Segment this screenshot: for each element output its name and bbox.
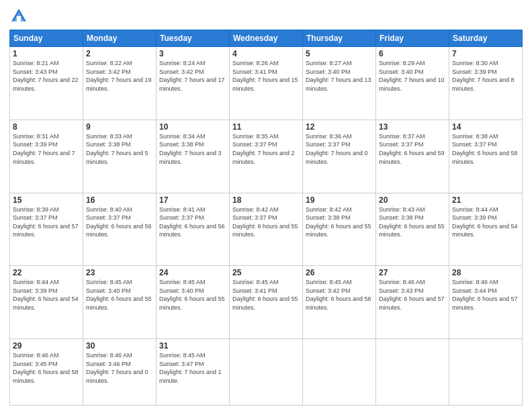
day-info: Sunrise: 8:46 AMSunset: 3:45 PMDaylight:… [13, 351, 80, 385]
day-info: Sunrise: 8:45 AMSunset: 3:42 PMDaylight:… [306, 278, 373, 312]
day-number: 5 [306, 49, 373, 58]
calendar-cell: 17Sunrise: 8:41 AMSunset: 3:37 PMDayligh… [157, 193, 230, 266]
day-number: 20 [379, 195, 446, 205]
calendar-table: SundayMondayTuesdayWednesdayThursdayFrid… [9, 30, 523, 406]
day-info: Sunrise: 8:42 AMSunset: 3:38 PMDaylight:… [306, 205, 373, 239]
calendar-cell: 27Sunrise: 8:46 AMSunset: 3:43 PMDayligh… [376, 266, 449, 339]
day-number: 25 [232, 268, 300, 277]
calendar-cell: 2Sunrise: 8:22 AMSunset: 3:42 PMDaylight… [83, 47, 157, 120]
week-row-1: 1Sunrise: 8:21 AMSunset: 3:43 PMDaylight… [10, 47, 523, 120]
day-header-wednesday: Wednesday [230, 30, 303, 47]
page: SundayMondayTuesdayWednesdayThursdayFrid… [0, 0, 532, 411]
week-row-3: 15Sunrise: 8:39 AMSunset: 3:37 PMDayligh… [10, 193, 523, 266]
calendar-cell: 12Sunrise: 8:36 AMSunset: 3:37 PMDayligh… [303, 120, 376, 193]
calendar-cell: 29Sunrise: 8:46 AMSunset: 3:45 PMDayligh… [10, 339, 83, 406]
day-number: 30 [86, 341, 153, 351]
calendar-cell: 24Sunrise: 8:45 AMSunset: 3:40 PMDayligh… [157, 266, 230, 339]
header-row: SundayMondayTuesdayWednesdayThursdayFrid… [10, 30, 523, 47]
day-number: 4 [232, 49, 300, 58]
day-info: Sunrise: 8:46 AMSunset: 3:46 PMDaylight:… [86, 351, 153, 385]
day-header-tuesday: Tuesday [157, 30, 230, 47]
day-info: Sunrise: 8:26 AMSunset: 3:41 PMDaylight:… [232, 59, 300, 93]
day-info: Sunrise: 8:24 AMSunset: 3:42 PMDaylight:… [159, 59, 226, 93]
day-header-friday: Friday [376, 30, 449, 47]
day-info: Sunrise: 8:44 AMSunset: 3:39 PMDaylight:… [13, 278, 80, 312]
day-info: Sunrise: 8:21 AMSunset: 3:43 PMDaylight:… [13, 59, 80, 93]
day-info: Sunrise: 8:46 AMSunset: 3:43 PMDaylight:… [379, 278, 446, 312]
day-info: Sunrise: 8:33 AMSunset: 3:38 PMDaylight:… [86, 132, 153, 166]
day-header-monday: Monday [83, 30, 157, 47]
svg-rect-2 [17, 16, 21, 21]
calendar-cell [303, 339, 376, 406]
day-info: Sunrise: 8:39 AMSunset: 3:37 PMDaylight:… [13, 205, 80, 239]
calendar-cell: 18Sunrise: 8:42 AMSunset: 3:37 PMDayligh… [230, 193, 303, 266]
calendar-cell: 3Sunrise: 8:24 AMSunset: 3:42 PMDaylight… [157, 47, 230, 120]
calendar-cell: 6Sunrise: 8:29 AMSunset: 3:40 PMDaylight… [376, 47, 449, 120]
calendar-cell: 16Sunrise: 8:40 AMSunset: 3:37 PMDayligh… [83, 193, 157, 266]
day-info: Sunrise: 8:41 AMSunset: 3:37 PMDaylight:… [159, 205, 226, 239]
logo-area [9, 7, 31, 26]
day-number: 8 [13, 122, 80, 132]
day-number: 3 [159, 49, 226, 58]
calendar-cell: 26Sunrise: 8:45 AMSunset: 3:42 PMDayligh… [303, 266, 376, 339]
day-number: 31 [159, 341, 226, 351]
day-number: 6 [379, 49, 446, 58]
day-number: 15 [13, 195, 80, 205]
calendar-cell: 8Sunrise: 8:31 AMSunset: 3:39 PMDaylight… [10, 120, 83, 193]
day-number: 16 [86, 195, 153, 205]
day-info: Sunrise: 8:34 AMSunset: 3:38 PMDaylight:… [159, 132, 226, 166]
day-info: Sunrise: 8:45 AMSunset: 3:40 PMDaylight:… [86, 278, 153, 312]
day-number: 28 [452, 268, 519, 277]
calendar-cell: 9Sunrise: 8:33 AMSunset: 3:38 PMDaylight… [83, 120, 157, 193]
calendar-cell: 4Sunrise: 8:26 AMSunset: 3:41 PMDaylight… [230, 47, 303, 120]
day-info: Sunrise: 8:43 AMSunset: 3:38 PMDaylight:… [379, 205, 446, 239]
calendar-cell: 5Sunrise: 8:27 AMSunset: 3:40 PMDaylight… [303, 47, 376, 120]
calendar-cell: 31Sunrise: 8:45 AMSunset: 3:47 PMDayligh… [157, 339, 230, 406]
day-number: 7 [452, 49, 519, 58]
calendar-cell: 21Sunrise: 8:44 AMSunset: 3:39 PMDayligh… [449, 193, 523, 266]
day-info: Sunrise: 8:30 AMSunset: 3:39 PMDaylight:… [452, 59, 519, 93]
day-number: 26 [306, 268, 373, 277]
calendar-cell [449, 339, 523, 406]
day-number: 14 [452, 122, 519, 132]
day-number: 18 [232, 195, 300, 205]
day-info: Sunrise: 8:45 AMSunset: 3:40 PMDaylight:… [159, 278, 226, 312]
day-number: 13 [379, 122, 446, 132]
calendar-cell [230, 339, 303, 406]
day-info: Sunrise: 8:22 AMSunset: 3:42 PMDaylight:… [86, 59, 153, 93]
day-info: Sunrise: 8:46 AMSunset: 3:44 PMDaylight:… [452, 278, 519, 312]
calendar-cell: 25Sunrise: 8:45 AMSunset: 3:41 PMDayligh… [230, 266, 303, 339]
day-number: 12 [306, 122, 373, 132]
calendar-cell: 23Sunrise: 8:45 AMSunset: 3:40 PMDayligh… [83, 266, 157, 339]
day-number: 1 [13, 49, 80, 58]
day-info: Sunrise: 8:29 AMSunset: 3:40 PMDaylight:… [379, 59, 446, 93]
day-info: Sunrise: 8:45 AMSunset: 3:41 PMDaylight:… [232, 278, 300, 312]
day-number: 11 [232, 122, 300, 132]
calendar-cell: 7Sunrise: 8:30 AMSunset: 3:39 PMDaylight… [449, 47, 523, 120]
day-number: 29 [13, 341, 80, 351]
day-info: Sunrise: 8:40 AMSunset: 3:37 PMDaylight:… [86, 205, 153, 239]
week-row-2: 8Sunrise: 8:31 AMSunset: 3:39 PMDaylight… [10, 120, 523, 193]
day-info: Sunrise: 8:31 AMSunset: 3:39 PMDaylight:… [13, 132, 80, 166]
day-number: 22 [13, 268, 80, 277]
day-header-thursday: Thursday [303, 30, 376, 47]
day-info: Sunrise: 8:42 AMSunset: 3:37 PMDaylight:… [232, 205, 300, 239]
day-number: 2 [86, 49, 153, 58]
day-number: 23 [86, 268, 153, 277]
day-number: 17 [159, 195, 226, 205]
calendar-cell [376, 339, 449, 406]
day-header-sunday: Sunday [10, 30, 83, 47]
logo-icon [9, 7, 28, 26]
calendar-cell: 15Sunrise: 8:39 AMSunset: 3:37 PMDayligh… [10, 193, 83, 266]
calendar-cell: 13Sunrise: 8:37 AMSunset: 3:37 PMDayligh… [376, 120, 449, 193]
day-header-saturday: Saturday [449, 30, 523, 47]
week-row-4: 22Sunrise: 8:44 AMSunset: 3:39 PMDayligh… [10, 266, 523, 339]
day-number: 10 [159, 122, 226, 132]
day-number: 21 [452, 195, 519, 205]
day-number: 27 [379, 268, 446, 277]
calendar-cell: 11Sunrise: 8:35 AMSunset: 3:37 PMDayligh… [230, 120, 303, 193]
calendar-cell: 28Sunrise: 8:46 AMSunset: 3:44 PMDayligh… [449, 266, 523, 339]
day-number: 24 [159, 268, 226, 277]
day-number: 9 [86, 122, 153, 132]
calendar-cell: 10Sunrise: 8:34 AMSunset: 3:38 PMDayligh… [157, 120, 230, 193]
